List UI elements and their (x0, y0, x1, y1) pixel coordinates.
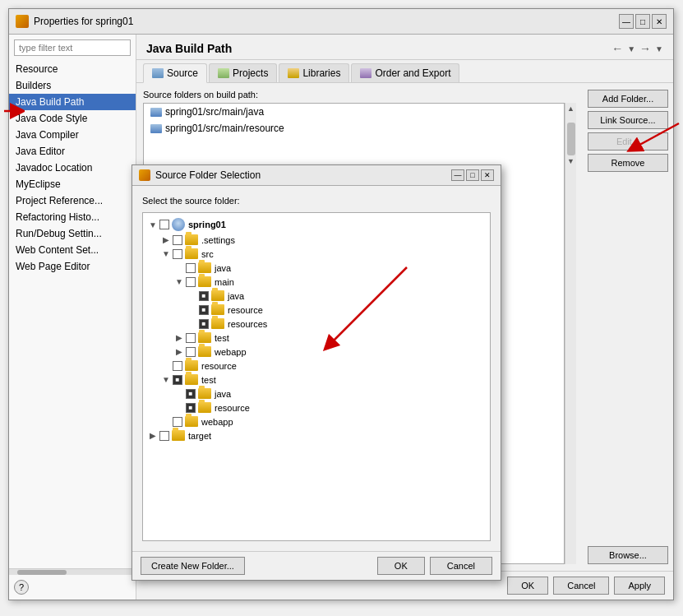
expander-resource-main[interactable] (186, 305, 199, 314)
sidebar-item-web-content[interactable]: Web Content Set... (9, 242, 136, 258)
sidebar-item-myeclipse[interactable]: MyEclipse (9, 176, 136, 192)
expander-settings[interactable]: ▶ (159, 235, 173, 244)
checkbox-target[interactable] (159, 431, 169, 441)
tab-libraries[interactable]: Libraries (279, 63, 349, 82)
checkbox-src[interactable] (173, 249, 182, 259)
close-button[interactable]: ✕ (652, 14, 667, 29)
checkbox-test-src[interactable] (186, 333, 196, 343)
link-source-button[interactable]: Link Source... (588, 111, 668, 129)
checkbox-resource-test[interactable] (186, 403, 196, 413)
checkbox-webapp-src[interactable] (186, 347, 196, 357)
tree-item-resource-root[interactable]: resource (146, 359, 487, 373)
apply-button[interactable]: Apply (614, 577, 665, 595)
cancel-button[interactable]: Cancel (553, 577, 609, 595)
remove-button[interactable]: Remove (588, 154, 668, 172)
checkbox-main[interactable] (186, 277, 196, 287)
minimize-button[interactable]: — (619, 14, 634, 29)
expander-java-test[interactable] (173, 389, 186, 398)
source-item-1[interactable]: spring01/src/main/resource (144, 120, 564, 137)
dialog-minimize-button[interactable]: — (451, 169, 464, 181)
expander-resource-root[interactable] (159, 361, 173, 370)
sidebar-item-run-debug[interactable]: Run/Debug Settin... (9, 225, 136, 242)
source-item-0[interactable]: spring01/src/main/java (144, 104, 564, 120)
dialog-ok-button[interactable]: OK (377, 557, 425, 575)
sidebar-item-resource[interactable]: Resource (9, 61, 136, 77)
checkbox-resource-root[interactable] (173, 361, 182, 371)
create-folder-button[interactable]: Create New Folder... (141, 557, 245, 575)
nav-forward-button[interactable]: → (637, 41, 653, 56)
dialog-maximize-button[interactable]: □ (466, 169, 479, 181)
sidebar-item-java-code-style[interactable]: Java Code Style (9, 110, 136, 127)
tree-item-resources-main[interactable]: resources (146, 317, 487, 331)
dialog-cancel-button[interactable]: Cancel (430, 557, 492, 575)
expander-resource-test[interactable] (173, 403, 186, 412)
expander-spring01[interactable]: ▼ (146, 220, 159, 229)
nav-back-dropdown[interactable]: ▼ (627, 44, 635, 53)
sidebar-item-java-compiler[interactable]: Java Compiler (9, 127, 136, 143)
expander-java-src[interactable] (173, 263, 186, 272)
label-webapp-src: webapp (215, 347, 247, 357)
checkbox-java-main[interactable] (199, 291, 209, 301)
scroll-down-arrow[interactable]: ▼ (565, 155, 576, 167)
sidebar-bottom: ? (9, 575, 136, 600)
source-list-scrollbar[interactable]: ▲ ▼ (565, 103, 576, 564)
project-icon-spring01 (172, 218, 185, 231)
tree-item-java-test[interactable]: java (146, 387, 487, 401)
sidebar-item-builders[interactable]: Builders (9, 77, 136, 94)
expander-src[interactable]: ▼ (159, 249, 173, 258)
sidebar-item-java-build-path[interactable]: Java Build Path (9, 94, 136, 110)
tree-item-webapp-root[interactable]: webapp (146, 415, 487, 428)
checkbox-settings[interactable] (173, 235, 182, 245)
tab-projects[interactable]: Projects (209, 63, 277, 82)
add-folder-button[interactable]: Add Folder... (588, 90, 668, 108)
checkbox-java-src[interactable] (186, 263, 196, 273)
scroll-up-arrow[interactable]: ▲ (565, 103, 576, 114)
tree-item-resource-test[interactable]: resource (146, 401, 487, 415)
edit-button[interactable]: Edit... (588, 132, 668, 151)
tree-item-webapp-src[interactable]: ▶ webapp (146, 345, 487, 359)
label-resource-test: resource (215, 403, 250, 413)
expander-main[interactable]: ▼ (173, 277, 186, 286)
checkbox-spring01[interactable] (159, 220, 169, 229)
filter-input[interactable] (14, 39, 131, 56)
expander-webapp-src[interactable]: ▶ (173, 347, 186, 356)
tree-item-java-src[interactable]: java (146, 261, 487, 275)
maximize-button[interactable]: □ (635, 14, 650, 29)
expander-test-root[interactable]: ▼ (159, 375, 173, 384)
tree-container[interactable]: ▼ spring01 ▶ .settings ▼ src (142, 212, 491, 541)
expander-webapp-root[interactable] (159, 417, 173, 426)
tree-item-spring01[interactable]: ▼ spring01 (146, 216, 487, 233)
sidebar-item-web-page-editor[interactable]: Web Page Editor (9, 258, 136, 275)
tab-order-export[interactable]: Order and Export (351, 63, 459, 82)
dialog-close-button[interactable]: ✕ (481, 169, 494, 181)
tab-source[interactable]: Source (143, 63, 207, 83)
sidebar-item-javadoc-location[interactable]: Javadoc Location (9, 160, 136, 176)
checkbox-resources-main[interactable] (199, 319, 209, 329)
sidebar-item-refactoring[interactable]: Refactoring Histo... (9, 209, 136, 225)
sidebar-item-project-reference[interactable]: Project Reference... (9, 192, 136, 209)
expander-test-src[interactable]: ▶ (173, 333, 186, 342)
ok-button[interactable]: OK (507, 577, 548, 595)
help-button[interactable]: ? (14, 580, 29, 595)
tree-item-src[interactable]: ▼ src (146, 247, 487, 261)
tree-item-resource-main[interactable]: resource (146, 303, 487, 317)
nav-forward-dropdown[interactable]: ▼ (655, 44, 663, 53)
source-item-label-0: spring01/src/main/java (165, 106, 264, 118)
nav-back-button[interactable]: ← (609, 41, 625, 56)
browse-button[interactable]: Browse... (588, 546, 668, 564)
checkbox-webapp-root[interactable] (173, 417, 182, 427)
expander-target[interactable]: ▶ (146, 431, 159, 440)
tree-item-java-main[interactable]: java (146, 289, 487, 303)
tree-item-test-src[interactable]: ▶ test (146, 331, 487, 345)
expander-java-main[interactable] (186, 291, 199, 300)
tree-item-target[interactable]: ▶ target (146, 428, 487, 442)
tree-item-test-root[interactable]: ▼ test (146, 373, 487, 387)
label-target: target (188, 431, 211, 441)
checkbox-java-test[interactable] (186, 389, 196, 399)
checkbox-resource-main[interactable] (199, 305, 209, 315)
tree-item-settings[interactable]: ▶ .settings (146, 233, 487, 247)
sidebar-item-java-editor[interactable]: Java Editor (9, 143, 136, 160)
checkbox-test-root[interactable] (173, 375, 182, 385)
expander-resources-main[interactable] (186, 319, 199, 328)
tree-item-main[interactable]: ▼ main (146, 275, 487, 289)
